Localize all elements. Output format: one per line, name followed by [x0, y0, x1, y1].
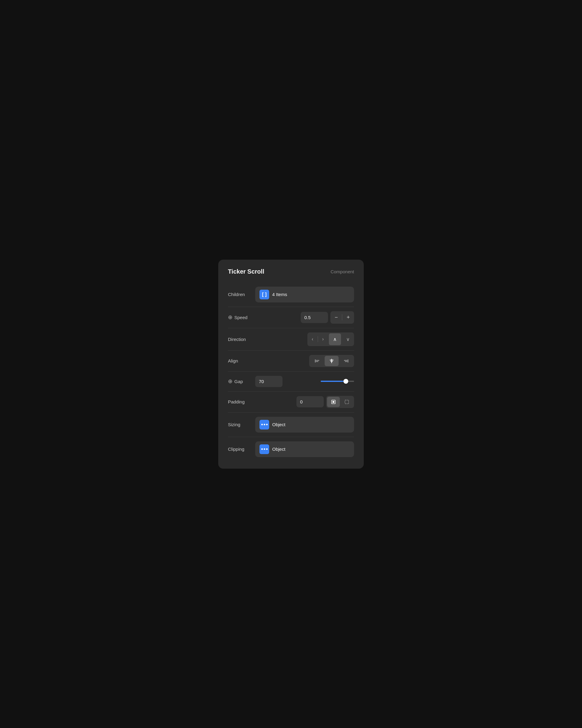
svg-rect-7: [344, 360, 348, 361]
sizing-row: Sizing Object: [228, 414, 354, 436]
sizing-button[interactable]: Object: [255, 417, 354, 433]
clipping-dots: [261, 448, 268, 450]
align-center-button[interactable]: [325, 356, 339, 366]
dot-6: [266, 448, 268, 450]
speed-plus-icon[interactable]: ⊕: [228, 315, 232, 320]
padding-row: Padding 0: [228, 393, 354, 411]
gap-controls: 70: [255, 376, 354, 387]
sizing-label: Sizing: [228, 422, 255, 427]
align-controls: [255, 355, 354, 367]
speed-label: ⊕ Speed: [228, 315, 255, 320]
svg-rect-5: [330, 361, 333, 362]
sizing-dots: [261, 424, 268, 425]
direction-right-button[interactable]: ›: [318, 333, 328, 345]
align-left-button[interactable]: [310, 356, 324, 366]
padding-group: [326, 396, 354, 408]
gap-slider-fill: [321, 381, 346, 382]
speed-decrement-button[interactable]: −: [330, 311, 342, 324]
speed-row: ⊕ Speed 0.5 − +: [228, 308, 354, 327]
children-label: Children: [228, 292, 255, 297]
dot-5: [264, 448, 265, 450]
divider-1: [228, 307, 354, 307]
svg-rect-6: [348, 360, 348, 363]
children-value: 4 Items: [272, 292, 287, 297]
svg-rect-11: [345, 400, 349, 404]
children-row: Children [ ] 4 Items: [228, 284, 354, 306]
align-group: [309, 355, 354, 367]
direction-row: Direction ‹ › ∧ ∨: [228, 330, 354, 349]
divider-6: [228, 412, 354, 413]
children-controls: [ ] 4 Items: [255, 287, 354, 303]
padding-uniform-button[interactable]: [327, 397, 340, 407]
speed-controls: 0.5 − +: [255, 311, 354, 324]
sizing-value: Object: [272, 422, 285, 427]
gap-label: ⊕ Gap: [228, 379, 255, 384]
gap-slider-container: [285, 381, 354, 382]
align-label: Align: [228, 358, 255, 363]
clipping-controls: Object: [255, 441, 354, 457]
gap-input[interactable]: 70: [255, 376, 282, 387]
svg-rect-8: [345, 361, 348, 362]
property-panel: Ticker Scroll Component Children [ ] 4 I…: [218, 260, 364, 469]
padding-input[interactable]: 0: [297, 396, 324, 407]
panel-subtitle: Component: [330, 269, 354, 274]
direction-up-button[interactable]: ∧: [329, 333, 341, 345]
svg-rect-4: [330, 360, 333, 360]
gap-row: ⊕ Gap 70: [228, 373, 354, 390]
svg-rect-2: [316, 361, 318, 362]
direction-left-button[interactable]: ‹: [307, 333, 317, 345]
gap-plus-icon[interactable]: ⊕: [228, 379, 232, 384]
dot-2: [264, 424, 265, 425]
speed-stepper: − +: [330, 311, 354, 324]
dot-3: [266, 424, 268, 425]
padding-label: Padding: [228, 399, 255, 404]
direction-down-button[interactable]: ∨: [342, 333, 354, 345]
dot-1: [261, 424, 263, 425]
direction-controls: ‹ › ∧ ∨: [255, 333, 354, 346]
clipping-button[interactable]: Object: [255, 441, 354, 457]
align-row: Align: [228, 352, 354, 370]
svg-rect-10: [333, 401, 334, 403]
direction-label: Direction: [228, 337, 255, 342]
align-right-button[interactable]: [339, 356, 353, 366]
svg-rect-0: [315, 360, 315, 363]
children-icon: [ ]: [259, 290, 269, 300]
clipping-row: Clipping Object: [228, 438, 354, 460]
clipping-value: Object: [272, 446, 285, 452]
padding-controls: 0: [255, 396, 354, 408]
gap-slider-track[interactable]: [321, 381, 354, 382]
sizing-controls: Object: [255, 417, 354, 433]
children-button[interactable]: [ ] 4 Items: [255, 287, 354, 303]
panel-title: Ticker Scroll: [228, 268, 264, 275]
speed-increment-button[interactable]: +: [342, 311, 354, 324]
svg-rect-1: [316, 360, 319, 361]
dot-4: [261, 448, 263, 450]
speed-input[interactable]: 0.5: [301, 312, 328, 323]
sizing-icon: [259, 420, 269, 430]
padding-individual-button[interactable]: [340, 397, 353, 407]
bracket-icon: [ ]: [262, 292, 267, 297]
clipping-label: Clipping: [228, 446, 255, 452]
panel-header: Ticker Scroll Component: [228, 268, 354, 275]
divider-2: [228, 328, 354, 328]
direction-group: ‹ › ∧ ∨: [307, 333, 354, 346]
divider-5: [228, 391, 354, 392]
clipping-icon: [259, 444, 269, 454]
gap-slider-thumb[interactable]: [343, 379, 348, 384]
